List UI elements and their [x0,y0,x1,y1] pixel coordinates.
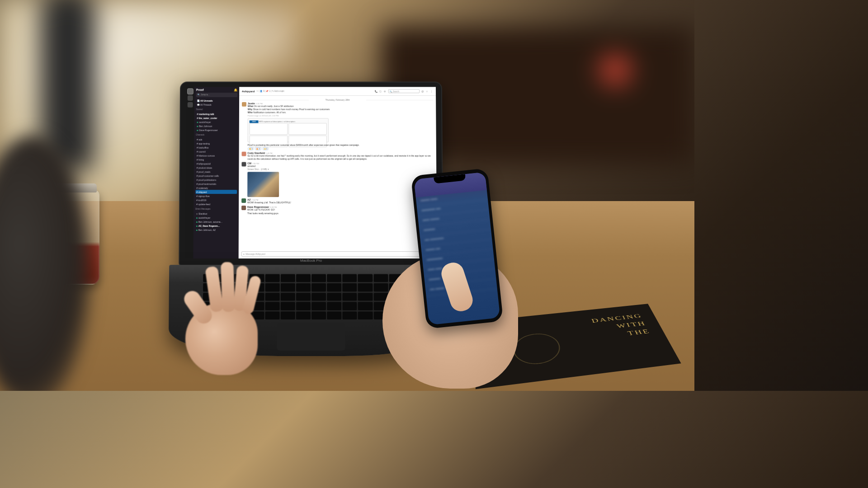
gear-icon[interactable]: ⚙ [384,90,387,93]
laptop-brand-label: MacBook Pro [300,258,322,263]
right-hand-holding-phone: ━━━━ ━━━ ━━━━━━ ━━ ━━━ ━━━━ ━━━━━ ━━ ━━━… [378,172,541,391]
sidebar-item-dm[interactable]: AZ, Dave Rogenm... [195,224,237,228]
slack-sidebar: Proof 🔔 🔍 Jump to... 📑 All Unreads 💬 All… [193,87,239,258]
sidebar-item-starred[interactable]: austinfreyer [196,120,237,124]
image-attachment[interactable] [247,172,279,197]
sidebar-item-dm[interactable]: austinfreyer [195,216,237,220]
keyboard-key[interactable] [358,302,373,310]
sidebar-item-channel[interactable]: # scalerady [195,186,237,190]
keyboard-key[interactable] [327,302,341,310]
workspace-icon[interactable] [188,102,193,108]
keyboard-key[interactable] [311,283,326,292]
sidebar-item-channel[interactable]: # council [196,150,237,154]
keyboard-key[interactable] [327,311,341,319]
sidebar-item-dm[interactable]: Slackbot [195,211,237,216]
sidebar-item-channel[interactable]: # proof-customer-calls [196,174,237,178]
keyboard-key[interactable] [296,311,311,319]
sidebar-item-channel[interactable]: # tcu2019 [195,198,237,202]
avatar[interactable] [241,206,246,210]
keyboard-key[interactable] [342,274,357,282]
keyboard-key[interactable] [311,292,326,301]
message: Proof is pocketing this particular custo… [242,144,434,150]
mention-icon[interactable]: @ [421,90,424,93]
sidebar-item-starred[interactable]: # the_water_cooler [196,116,237,120]
keyboard-key[interactable] [327,292,341,301]
sidebar-item-channel[interactable]: # hiring [196,158,237,162]
section-channels: Channels [196,133,237,137]
attachment[interactable]: NEW MTD captures w/ descriptors > w/ des… [248,118,329,142]
reaction[interactable]: 🔥 1 [255,147,261,150]
workspace-icon[interactable] [188,95,193,101]
search-input[interactable]: 🔍 Search [388,89,420,93]
sidebar-item-channel[interactable]: # leftpropsdull [196,162,237,166]
avatar[interactable] [242,152,246,156]
avatar[interactable] [242,102,246,107]
sidebar-item-starred[interactable]: Dave Rogenmoser [196,128,237,132]
keyboard-key[interactable] [311,274,326,282]
keyboard-key[interactable] [311,302,326,310]
reaction[interactable]: 🙌 1 [262,147,269,150]
message-text: Who Notification customers. All of 'em. [248,111,434,114]
sidebar-item-channel[interactable]: # proof-testimonials [196,182,237,186]
keyboard-key[interactable] [327,274,341,282]
keyboard-key[interactable] [343,292,357,301]
sidebar-item-starred[interactable]: Ben Johnson [196,124,237,128]
keyboard-key[interactable] [296,283,311,292]
message-text: What Ok not much really. Just a SF attri… [248,105,433,108]
sidebar-item-channel[interactable]: # proof-publications [196,178,237,182]
message-text: Why Show in cold hard numbers how much m… [248,108,433,111]
avatar[interactable] [241,162,246,167]
all-threads[interactable]: 💬 All Threads [196,103,237,107]
bell-icon[interactable]: 🔔 [234,88,237,92]
sidebar-item-channel[interactable]: # hilarious-convos [196,154,237,158]
message-text: So for a bit more information, we had * … [247,155,434,161]
team-name[interactable]: Proof 🔔 [196,88,237,92]
sidebar-item-channel[interactable]: # ads [196,137,237,141]
message-text: amazed [247,164,434,168]
sidebar-item-channel[interactable]: # proof_reads [196,169,237,174]
sidebar-item-starred[interactable]: # marketing-talk [196,112,237,116]
sidebar-item-channel[interactable]: # update-feed [195,202,237,206]
left-hand [167,258,285,384]
channel-meta[interactable]: ☆ | 👤 9 | 📌 1 | ✎ Add a topic [256,90,284,92]
avatar[interactable] [241,198,246,203]
keyboard-key[interactable] [343,302,357,310]
all-unreads[interactable]: 📑 All Unreads [196,99,237,103]
keyboard-key[interactable] [358,283,373,292]
keyboard-key[interactable] [358,311,373,319]
sidebar-item-channel[interactable]: # signup-flow [195,194,237,198]
keyboard-key[interactable] [296,292,311,301]
date-divider: Thursday, February 28th [242,99,433,101]
section-dms: Direct Messages [195,207,237,211]
reactions[interactable]: 👏 1🔥 1🙌 1 [248,147,434,150]
channel-header: #shipyard ☆ | 👤 9 | 📌 1 | ✎ Add a topic … [239,87,436,96]
sidebar-item-channel[interactable]: # product-ideas [196,165,237,169]
sidebar-item-channel[interactable]: # shipyard [195,190,237,194]
sidebar-item-dm[interactable]: Ben Johnson, AZ [195,228,237,232]
message: Justin1:31 PMWhat Ok not much really. Ju… [242,102,434,142]
keyboard-key[interactable] [296,274,311,282]
keyboard-key[interactable] [327,283,341,292]
workspace-icon[interactable] [188,89,193,94]
jump-to-input[interactable]: 🔍 Jump to... [196,93,237,97]
star-icon[interactable]: ☆ [426,90,429,93]
keyboard-key[interactable] [311,311,326,319]
sidebar-item-dm[interactable]: Ben Johnson, automa... [195,220,237,224]
more-icon[interactable]: ⋮ [430,90,433,93]
phone-icon[interactable]: 📞 [375,90,377,93]
message-text: Proof is pocketing this particular custo… [248,144,434,147]
keyboard-key[interactable] [358,292,373,301]
section-starred: Starred [196,108,237,112]
plus-icon[interactable]: + [243,253,245,255]
keyboard-key[interactable] [343,311,357,319]
keyboard-key[interactable] [343,283,357,292]
info-icon[interactable]: ⓘ [379,90,382,93]
reaction[interactable]: 👏 1 [248,147,254,150]
trackpad[interactable] [277,323,345,351]
message: Cody Stanfield1:43 PMSo for a bit more i… [242,152,434,161]
sidebar-item-channel[interactable]: # app-testing [196,141,237,145]
channel-name[interactable]: #shipyard [242,90,255,93]
keyboard-key[interactable] [296,302,311,310]
sidebar-item-channel[interactable]: # backoffice [196,145,237,150]
keyboard-key[interactable] [358,274,373,282]
